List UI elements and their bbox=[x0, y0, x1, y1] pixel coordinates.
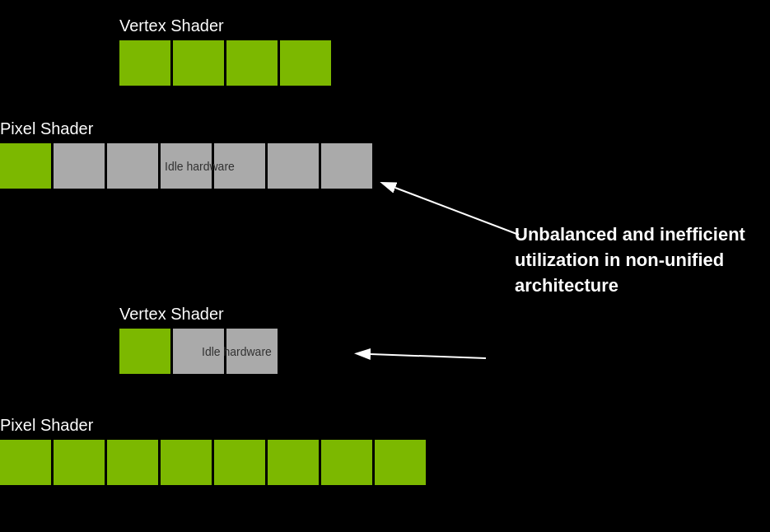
top-vertex-blocks bbox=[119, 40, 331, 86]
bottom-vertex-shader-group: Vertex Shader Idle hardware bbox=[119, 305, 278, 374]
block-gray bbox=[54, 143, 105, 189]
block bbox=[280, 40, 331, 86]
bottom-vertex-blocks: Idle hardware bbox=[119, 329, 278, 374]
bottom-vertex-idle-text: Idle hardware bbox=[202, 345, 272, 358]
block bbox=[268, 440, 319, 485]
top-vertex-label: Vertex Shader bbox=[119, 16, 331, 35]
bottom-vertex-label: Vertex Shader bbox=[119, 305, 278, 324]
svg-line-2 bbox=[395, 188, 519, 235]
block bbox=[119, 40, 170, 86]
svg-line-3 bbox=[371, 354, 486, 358]
block-gray bbox=[268, 143, 319, 189]
top-vertex-shader-group: Vertex Shader bbox=[119, 16, 331, 86]
block bbox=[0, 440, 51, 485]
block bbox=[0, 143, 51, 189]
block bbox=[161, 440, 212, 485]
top-pixel-label: Pixel Shader bbox=[0, 119, 372, 138]
bottom-pixel-shader-group: Pixel Shader bbox=[0, 416, 426, 485]
block bbox=[375, 440, 426, 485]
top-pixel-shader-group: Pixel Shader Idle hardware bbox=[0, 119, 372, 189]
top-pixel-idle-text: Idle hardware bbox=[165, 160, 235, 173]
block bbox=[173, 40, 224, 86]
block bbox=[119, 329, 170, 374]
block-gray bbox=[321, 143, 372, 189]
block bbox=[226, 40, 278, 86]
top-pixel-blocks: Idle hardware bbox=[0, 143, 372, 189]
block bbox=[54, 440, 105, 485]
block bbox=[321, 440, 372, 485]
bottom-pixel-blocks bbox=[0, 440, 426, 485]
bottom-pixel-label: Pixel Shader bbox=[0, 416, 426, 435]
block-gray bbox=[107, 143, 158, 189]
block bbox=[214, 440, 265, 485]
block bbox=[107, 440, 158, 485]
annotation-text: Unbalanced and inefficient utilization i… bbox=[515, 222, 754, 298]
